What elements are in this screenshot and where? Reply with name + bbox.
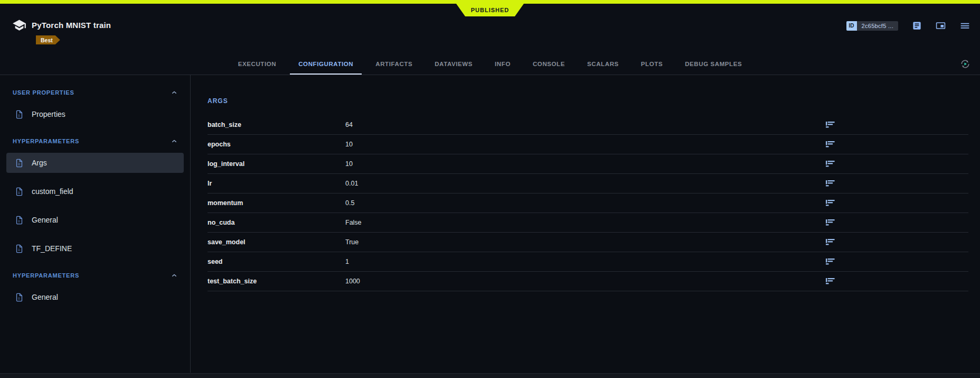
- sidebar-item-args[interactable]: Args: [6, 153, 184, 173]
- parameter-row-test-batch-size: test_batch_size 1000: [208, 272, 968, 291]
- page-body: USER PROPERTIES Properties HYPERPARAMETE…: [0, 75, 980, 373]
- parameter-row-epochs: epochs 10: [208, 135, 968, 154]
- parameter-key: epochs: [208, 141, 345, 148]
- tab-artifacts[interactable]: ARTIFACTS: [364, 53, 423, 75]
- sidebar-section-header-user-properties[interactable]: USER PROPERTIES: [0, 86, 190, 99]
- sidebar-item-label: General: [32, 216, 58, 224]
- sidebar-item-label: custom_field: [32, 187, 73, 196]
- parameter-info-icon[interactable]: [826, 219, 835, 226]
- tab-plots[interactable]: PLOTS: [630, 53, 674, 75]
- auto-refresh-icon: [959, 58, 971, 70]
- document-icon: [15, 158, 24, 168]
- document-icon: [15, 292, 24, 302]
- sidebar-item-label: Args: [32, 159, 47, 167]
- sidebar-section: USER PROPERTIES Properties: [0, 86, 190, 124]
- parameter-info-icon[interactable]: [826, 199, 835, 207]
- configuration-sidebar: USER PROPERTIES Properties HYPERPARAMETE…: [0, 75, 191, 373]
- sidebar-section: HYPERPARAMETERS General: [0, 269, 190, 307]
- parameter-info-icon[interactable]: [826, 278, 835, 285]
- parameter-value: False: [345, 219, 362, 226]
- auto-refresh-button[interactable]: [959, 58, 971, 70]
- sidebar-item-properties[interactable]: Properties: [6, 104, 184, 124]
- sidebar-item-general[interactable]: General: [6, 210, 184, 230]
- tab-label: INFO: [495, 61, 511, 67]
- footer-strip: [0, 373, 980, 378]
- configuration-content: ARGS batch_size 64 epochs 10 log_interva…: [191, 75, 980, 373]
- header-actions: ID 2c65bcf5 ...: [846, 20, 970, 31]
- tab-bar: EXECUTION CONFIGURATION ARTIFACTS DATAVI…: [0, 53, 980, 75]
- parameter-info-icon[interactable]: [826, 121, 835, 128]
- tab-scalars[interactable]: SCALARS: [576, 53, 630, 75]
- parameter-row-momentum: momentum 0.5: [208, 193, 968, 213]
- tab-info[interactable]: INFO: [484, 53, 522, 75]
- parameter-key: batch_size: [208, 121, 345, 128]
- sidebar-item-label: TF_DEFINE: [32, 244, 72, 253]
- parameter-key: log_interval: [208, 160, 345, 168]
- sidebar-section-header-hyperparameters[interactable]: HYPERPARAMETERS: [0, 135, 190, 147]
- sidebar-section-title: HYPERPARAMETERS: [13, 272, 79, 279]
- sidebar-item-custom-field[interactable]: custom_field: [6, 181, 184, 201]
- parameter-row-batch-size: batch_size 64: [208, 115, 968, 135]
- parameter-value: 1000: [345, 278, 360, 285]
- tab-debug-samples[interactable]: DEBUG SAMPLES: [674, 53, 753, 75]
- chevron-up-icon: [170, 271, 178, 280]
- parameter-value: True: [345, 238, 359, 246]
- parameter-row-save-model: save_model True: [208, 233, 968, 252]
- parameter-key: no_cuda: [208, 219, 345, 226]
- sidebar-section-header-hyperparameters[interactable]: HYPERPARAMETERS: [0, 269, 190, 282]
- parameter-row-seed: seed 1: [208, 252, 968, 272]
- parameter-key: test_batch_size: [208, 278, 345, 285]
- parameter-row-no-cuda: no_cuda False: [208, 213, 968, 233]
- document-icon: [15, 109, 24, 119]
- menu-icon[interactable]: [959, 20, 970, 31]
- experiment-id-badge[interactable]: ID 2c65bcf5 ...: [846, 21, 898, 31]
- tab-label: ARTIFACTS: [375, 61, 412, 67]
- parameter-info-icon[interactable]: [826, 141, 835, 148]
- args-section-title: ARGS: [208, 97, 968, 105]
- sidebar-section-title: HYPERPARAMETERS: [13, 138, 79, 144]
- sidebar-item-tf-define[interactable]: TF_DEFINE: [6, 238, 184, 259]
- id-value: 2c65bcf5 ...: [857, 21, 898, 31]
- parameter-key: momentum: [208, 199, 345, 207]
- parameter-key: seed: [208, 258, 345, 265]
- chevron-up-icon: [170, 137, 178, 145]
- tab-label: DEBUG SAMPLES: [685, 61, 742, 67]
- sidebar-section-items: Args custom_field General TF_DEFINE: [0, 153, 190, 259]
- parameter-value: 0.5: [345, 199, 354, 207]
- document-icon: [15, 244, 24, 254]
- tab-dataviews[interactable]: DATAVIEWS: [423, 53, 484, 75]
- parameter-info-icon[interactable]: [826, 238, 835, 246]
- experiment-title: PyTorch MNIST train: [32, 21, 111, 30]
- parameter-key: save_model: [208, 238, 345, 246]
- parameter-value: 1: [345, 258, 349, 265]
- published-status-line: [0, 0, 980, 4]
- tab-label: CONFIGURATION: [298, 61, 353, 67]
- layout-panel-icon[interactable]: [936, 21, 946, 31]
- details-article-icon[interactable]: [912, 21, 922, 31]
- sidebar-item-general[interactable]: General: [6, 287, 184, 307]
- parameter-key: lr: [208, 180, 345, 187]
- active-tab-underline: [290, 73, 362, 75]
- published-label: PUBLISHED: [471, 7, 510, 13]
- best-tag-label: Best: [41, 37, 53, 43]
- tab-configuration[interactable]: CONFIGURATION: [287, 53, 364, 75]
- tab-label: PLOTS: [641, 61, 663, 67]
- published-status-badge: PUBLISHED: [456, 4, 524, 16]
- document-icon: [15, 215, 24, 225]
- tab-execution[interactable]: EXECUTION: [227, 53, 288, 75]
- parameter-info-icon[interactable]: [826, 160, 835, 168]
- sidebar-section-title: USER PROPERTIES: [13, 89, 74, 96]
- document-icon: [15, 187, 24, 197]
- sidebar-section-items: Properties: [0, 104, 190, 124]
- parameter-info-icon[interactable]: [826, 258, 835, 265]
- tab-label: SCALARS: [587, 61, 619, 67]
- parameter-row-lr: lr 0.01: [208, 174, 968, 193]
- parameter-value: 64: [345, 121, 353, 128]
- sidebar-section: HYPERPARAMETERS Args custom_field Genera…: [0, 135, 190, 259]
- parameter-value: 10: [345, 160, 353, 168]
- sidebar-item-label: General: [32, 293, 58, 301]
- best-tag: Best: [36, 35, 60, 44]
- parameter-info-icon[interactable]: [826, 180, 835, 187]
- tab-label: CONSOLE: [533, 61, 565, 67]
- tab-console[interactable]: CONSOLE: [522, 53, 576, 75]
